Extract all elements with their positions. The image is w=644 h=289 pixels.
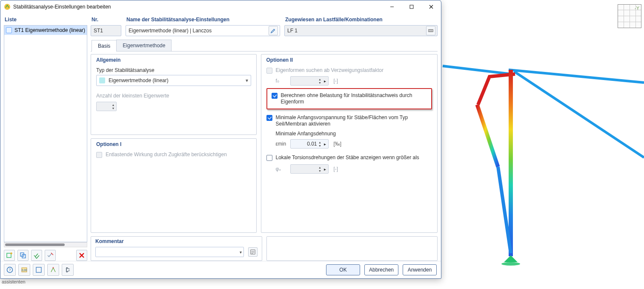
- svg-point-7: [501, 262, 520, 266]
- kommentar-combo[interactable]: ▾: [95, 247, 244, 257]
- smallest-eigen-spinner[interactable]: ▲▼: [96, 102, 117, 111]
- step-icon: ▸: [323, 77, 327, 85]
- epsmin-unit: [‰]: [334, 141, 342, 147]
- optionen-1-panel: Optionen I Entlastende Wirkung durch Zug…: [91, 138, 257, 233]
- settings-list[interactable]: ST1 Eigenwertmethode (linear) | Lancz: [4, 25, 87, 242]
- svg-text:0,00: 0,00: [22, 269, 27, 272]
- phix-unit: [-]: [334, 166, 338, 172]
- kommentar-right-placeholder: [266, 236, 438, 261]
- chevron-down-icon: ▾: [240, 250, 242, 255]
- title-bar[interactable]: Stabilitätsanalyse-Einstellungen bearbei…: [0, 0, 441, 13]
- opt2-search-eigenforms-label: Eigenformen suchen ab Verzweigungslastfa…: [276, 67, 384, 74]
- name-label: Name der Stabilitätsanalyse-Einstellunge…: [126, 13, 280, 25]
- phix-spinner: ▲▼ ▸: [290, 164, 329, 174]
- detail-panel: Nr. Name der Stabilitätsanalyse-Einstell…: [91, 13, 438, 261]
- opt1-relieving-label: Entlastende Wirkung durch Zugkräfte berü…: [106, 152, 227, 158]
- assigned-field[interactable]: [284, 25, 438, 36]
- svg-text:?: ?: [9, 268, 11, 272]
- spin-down-icon: ▼: [318, 169, 322, 172]
- step-icon: ▸: [323, 165, 327, 173]
- app-background: -Y assistenten Stabilitätsanalyse-Einste…: [0, 0, 644, 289]
- app-icon: [4, 3, 11, 10]
- epsmin-spinner[interactable]: 0.01 ▲▼ ▸: [290, 139, 329, 149]
- svg-rect-3: [509, 70, 513, 256]
- allgemein-header: Allgemein: [96, 57, 251, 63]
- head-row: Nr. Name der Stabilitätsanalyse-Einstell…: [91, 13, 438, 36]
- phix-var: φₓ: [276, 166, 288, 172]
- rename-button[interactable]: [269, 26, 278, 35]
- optionen-1-header: Optionen I: [96, 141, 251, 147]
- ok-button[interactable]: OK: [326, 264, 360, 275]
- kommentar-header: Kommentar: [95, 238, 258, 244]
- f0-var: f₀: [276, 78, 288, 84]
- help-button[interactable]: ?: [4, 264, 16, 276]
- tab-eigenwertmethode[interactable]: Eigenwertmethode: [116, 40, 172, 51]
- kommentar-edit-button[interactable]: [248, 247, 258, 257]
- opt2-local-torsion-checkbox[interactable]: [266, 155, 272, 161]
- epsmin-var: εmin: [276, 141, 288, 147]
- new-item-button[interactable]: [4, 250, 15, 261]
- tab-basis[interactable]: Basis: [92, 40, 117, 52]
- svg-line-0: [443, 66, 515, 74]
- svg-rect-10: [410, 5, 413, 9]
- cancel-button[interactable]: Abbrechen: [364, 264, 398, 275]
- copy-item-button[interactable]: [17, 250, 29, 261]
- f0-unit: [-]: [334, 78, 338, 84]
- spin-down-icon: ▼: [318, 81, 322, 84]
- list-toolbar: [4, 247, 87, 261]
- background-label-1: assistenten: [2, 279, 26, 284]
- optionen-2-panel: Optionen II Eigenformen suchen ab Verzwe…: [261, 54, 438, 233]
- opt2-min-prestress-label: Minimale Anfangsvorspannung für Stäbe/Fl…: [276, 114, 432, 127]
- min-strain-label: Minimale Anfangsdehnung: [276, 131, 432, 137]
- assigned-picker-button[interactable]: [426, 26, 435, 35]
- close-button[interactable]: [421, 0, 441, 13]
- scrollbar-thumb[interactable]: [5, 243, 65, 246]
- view-button[interactable]: [33, 264, 45, 276]
- step-icon[interactable]: ▸: [323, 140, 327, 148]
- list-item[interactable]: ST1 Eigenwertmethode (linear) | Lancz: [4, 26, 87, 35]
- assigned-input[interactable]: [286, 27, 423, 34]
- svg-line-2: [514, 72, 644, 157]
- opt2-calc-without-load-checkbox[interactable]: [272, 93, 278, 99]
- spin-down-icon[interactable]: ▼: [111, 106, 115, 110]
- check-all-button[interactable]: [31, 250, 42, 261]
- script-button[interactable]: [62, 264, 74, 276]
- apply-button[interactable]: Anwenden: [403, 264, 437, 275]
- name-input[interactable]: [128, 27, 265, 34]
- smallest-eigen-label: Anzahl der kleinsten Eigenwerte: [96, 93, 251, 99]
- spin-down-icon[interactable]: ▼: [318, 144, 322, 147]
- spin-up-icon: ▲: [318, 166, 322, 169]
- analysis-type-select[interactable]: Eigenwertmethode (linear) ▾: [96, 75, 251, 86]
- maximize-button[interactable]: [402, 0, 421, 13]
- minimize-button[interactable]: [382, 0, 402, 13]
- uncheck-all-button[interactable]: [45, 250, 56, 261]
- opt2-search-eigenforms-checkbox: [266, 68, 272, 74]
- highlight-box: Berechnen ohne Belastung für Instabilitä…: [266, 88, 432, 109]
- view-cube-label: -Y: [635, 6, 639, 11]
- optionen-2-header: Optionen II: [266, 57, 432, 63]
- list-panel: Liste ST1 Eigenwertmethode (linear) | La…: [4, 13, 87, 261]
- list-item-swatch-icon: [6, 27, 12, 33]
- dialog-bottom-bar: ? 0,00 OK Abbrechen Anwenden: [0, 261, 441, 278]
- units-button[interactable]: 0,00: [18, 264, 30, 276]
- nr-field[interactable]: [91, 25, 121, 36]
- name-field[interactable]: [126, 25, 280, 36]
- opt1-relieving-checkbox[interactable]: [96, 152, 102, 158]
- spin-up-icon[interactable]: ▲: [318, 140, 322, 144]
- kommentar-panel: Kommentar ▾: [91, 236, 262, 261]
- window-title: Stabilitätsanalyse-Einstellungen bearbei…: [13, 4, 111, 10]
- svg-rect-13: [7, 253, 11, 258]
- spin-up-icon: ▲: [318, 77, 322, 81]
- epsmin-value: 0.01: [307, 141, 317, 147]
- svg-point-29: [53, 267, 54, 269]
- spin-up-icon[interactable]: ▲: [111, 103, 115, 106]
- type-swatch-icon: [99, 77, 105, 83]
- list-horizontal-scrollbar[interactable]: [4, 242, 87, 247]
- opt2-min-prestress-checkbox[interactable]: [266, 115, 272, 121]
- analysis-type-value: Eigenwertmethode (linear): [109, 77, 169, 83]
- delete-item-button[interactable]: [76, 250, 87, 261]
- model-sync-button[interactable]: [47, 264, 59, 276]
- svg-line-4: [477, 105, 498, 167]
- list-item-label: ST1 Eigenwertmethode (linear) | Lancz: [14, 27, 87, 33]
- view-cube[interactable]: -Y: [618, 4, 641, 28]
